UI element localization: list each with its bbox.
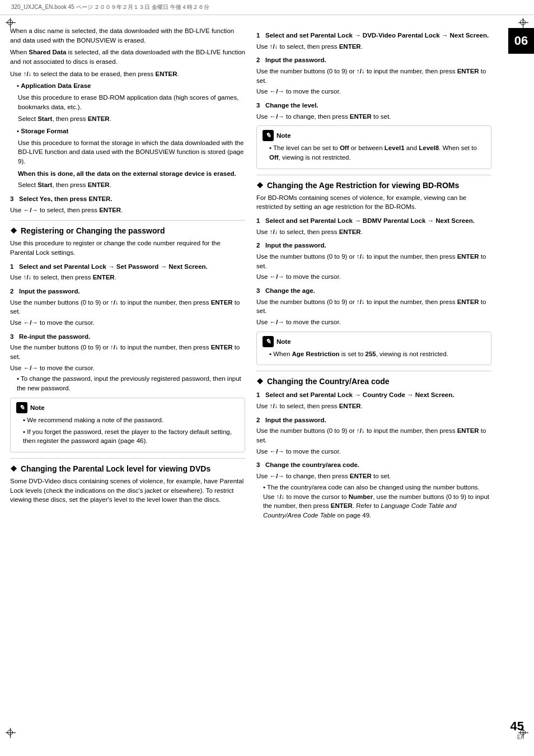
left-column: When a disc name is selected, the data d… (10, 26, 245, 522)
bd-step1-header: 1 Select and set Parental Lock → BDMV Pa… (256, 216, 491, 226)
dvd-step2-text: Use the number buttons (0 to 9) or ↑/↓ t… (256, 67, 491, 85)
country-section-header: ❖ Changing the Country/Area code (256, 377, 491, 386)
parental-dvd-intro: Some DVD-Video discs containing scenes o… (10, 477, 245, 505)
bd-step3-cursor: Use ←/→ to move the cursor. (256, 318, 491, 327)
bd-section-title: Changing the Age Restriction for viewing… (267, 181, 459, 190)
bd-step3-text: Use the number buttons (0 to 9) or ↑/↓ t… (256, 297, 491, 316)
corner-mark-top-left (6, 18, 16, 28)
divider-1 (10, 220, 245, 221)
dvd-step2-header: 2 Input the password. (256, 55, 491, 65)
reg-note-title: ✎ Note (16, 402, 239, 413)
diamond-icon-2: ❖ (10, 464, 17, 473)
reg-step3-text: Use the number buttons (0 to 9) or ↑/↓ t… (10, 343, 245, 361)
corner-mark-bottom-left (6, 728, 16, 738)
dvd-note-title: ✎ Note (263, 130, 485, 141)
reg-step2-text: Use the number buttons (0 to 9) or ↑/↓ t… (10, 298, 245, 316)
top-bar: 320_UXJCA_EN.book 45 ページ ２００９年２月１３日 金曜日 … (0, 0, 534, 15)
country-step1-header: 1 Select and set Parental Lock → Country… (256, 390, 491, 400)
bd-note-label: Note (277, 338, 291, 345)
reg-step3-header: 3 Re-input the password. (10, 332, 245, 342)
top-bar-text: 320_UXJCA_EN.book 45 ページ ２００９年２月１３日 金曜日 … (11, 3, 209, 11)
dvd-note-label: Note (277, 132, 291, 139)
storage-warning: When this is done, all the data on the e… (10, 169, 245, 179)
columns: When a disc name is selected, the data d… (0, 15, 534, 534)
country-note1: The the country/area code can also be ch… (256, 483, 491, 520)
storage-bullet: Storage Format (10, 127, 245, 136)
reg-step2-header: 2 Input the password. (10, 287, 245, 296)
dvd-step2-cursor: Use ←/→ to move the cursor. (256, 87, 491, 96)
reg-section-title: Registering or Changing the password (21, 226, 165, 235)
corner-mark-top-right (518, 18, 528, 28)
page-lang: En (517, 734, 524, 740)
bd-note1: When Age Restriction is set to 255, view… (263, 349, 485, 359)
diamond-icon-4: ❖ (256, 377, 264, 386)
country-step2-text: Use the number buttons (0 to 9) or ↑/↓ t… (256, 426, 491, 445)
step3-text: Use ←/→ to select, then press ENTER. (10, 206, 245, 215)
bd-step2-header: 2 Input the password. (256, 241, 491, 250)
country-step3-header: 3 Change the country/area code. (256, 460, 491, 470)
dvd-step3-text: Use ←/→ to change, then press ENTER to s… (256, 112, 491, 122)
dvd-note-box: ✎ Note The level can be set to Off or be… (256, 125, 491, 169)
bd-step1-text: Use ↑/↓ to select, then press ENTER. (256, 227, 491, 237)
country-step2-cursor: Use ←/→ to move the cursor. (256, 447, 491, 456)
dvd-step1-header: 1 Select and set Parental Lock → DVD-Vid… (256, 31, 491, 40)
dvd-step3-header: 3 Change the level. (256, 101, 491, 110)
reg-intro: Use this procedure to register or change… (10, 239, 245, 257)
reg-step2-cursor: Use ←/→ to move the cursor. (10, 318, 245, 328)
right-column: 1 Select and set Parental Lock → DVD-Vid… (256, 26, 491, 522)
parental-dvd-section-header: ❖ Changing the Parental Lock level for v… (10, 464, 245, 473)
diamond-icon-3: ❖ (256, 181, 264, 190)
country-section-title: Changing the Country/Area code (267, 377, 390, 386)
reg-note-box: ✎ Note We recommend making a note of the… (10, 398, 245, 452)
country-step3-text: Use ←/→ to change, then press ENTER to s… (256, 472, 491, 481)
bd-step2-text: Use the number buttons (0 to 9) or ↑/↓ t… (256, 252, 491, 270)
bd-step2-cursor: Use ←/→ to move the cursor. (256, 272, 491, 282)
reg-step1-header: 1 Select and set Parental Lock → Set Pas… (10, 262, 245, 272)
reg-note1: We recommend making a note of the passwo… (16, 416, 239, 425)
app-data-bullet: Application Data Erase (10, 81, 245, 91)
intro-para3: Use ↑/↓ to select the data to be erased,… (10, 69, 245, 79)
note-label: Note (30, 404, 45, 411)
reg-note-bullet: To change the password, input the previo… (10, 374, 245, 393)
bd-step3-header: 3 Change the age. (256, 286, 491, 296)
dvd-step1-text: Use ↑/↓ to select, then press ENTER. (256, 42, 491, 52)
divider-3 (256, 175, 491, 175)
intro-para1: When a disc name is selected, the data d… (10, 26, 245, 45)
bd-note-box: ✎ Note When Age Restriction is set to 25… (256, 332, 491, 366)
page-number: 45 (510, 719, 524, 734)
diamond-icon: ❖ (10, 226, 17, 235)
page-container: 320_UXJCA_EN.book 45 ページ ２００９年２月１３日 金曜日 … (0, 0, 534, 756)
reg-note2: If you forget the password, reset the pl… (16, 427, 239, 446)
step3-header: 3 Select Yes, then press ENTER. (10, 194, 245, 204)
dvd-note1: The level can be set to Off or between L… (263, 143, 485, 162)
country-step2-header: 2 Input the password. (256, 416, 491, 425)
country-step1-text: Use ↑/↓ to select, then press ENTER. (256, 402, 491, 411)
reg-step1-text: Use ↑/↓ to select, then press ENTER. (10, 273, 245, 282)
app-data-step: Select Start, then press ENTER. (10, 114, 245, 124)
bd-note-icon: ✎ (263, 336, 274, 347)
reg-step3-cursor: Use ←/→ to move the cursor. (10, 363, 245, 373)
divider-4 (256, 371, 491, 371)
chapter-tab: 06 (508, 28, 534, 54)
divider-2 (10, 458, 245, 459)
storage-step: Select Start, then press ENTER. (10, 180, 245, 190)
bd-note-title: ✎ Note (263, 336, 485, 347)
dvd-note-icon: ✎ (263, 130, 274, 141)
app-data-text: Use this procedure to erase BD-ROM appli… (10, 93, 245, 111)
note-icon: ✎ (16, 402, 27, 413)
bd-section-header: ❖ Changing the Age Restriction for viewi… (256, 181, 491, 190)
parental-dvd-title: Changing the Parental Lock level for vie… (21, 464, 210, 473)
reg-section-header: ❖ Registering or Changing the password (10, 226, 245, 235)
storage-text: Use this procedure to format the storage… (10, 138, 245, 166)
bd-intro: For BD-ROMs containing scenes of violenc… (256, 193, 491, 212)
intro-para2: When Shared Data is selected, all the da… (10, 48, 245, 66)
